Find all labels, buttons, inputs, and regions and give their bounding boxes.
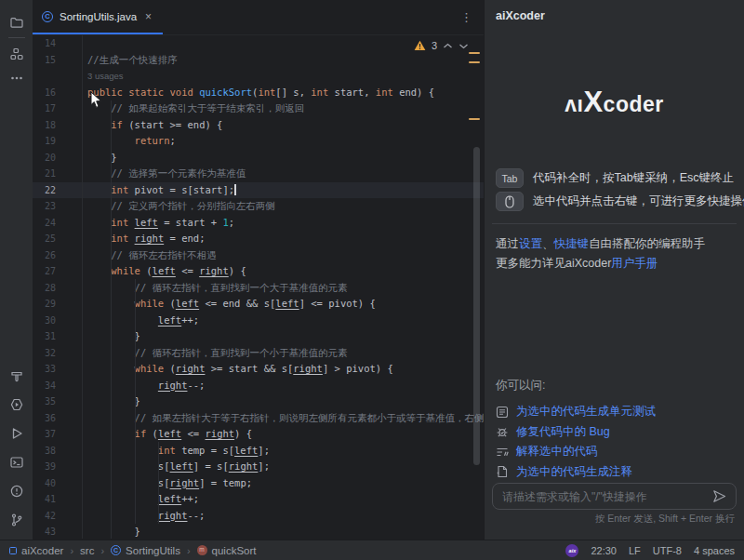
code-text[interactable]: //生成一个快速排序 <box>82 52 484 69</box>
line-number[interactable]: 33 <box>33 361 82 378</box>
code-row[interactable]: 16public static void quickSort(int[] s, … <box>33 85 484 101</box>
code-row[interactable]: 24 int left = start + 1; <box>33 215 484 232</box>
breadcrumb-project[interactable]: aiXcoder <box>9 545 63 556</box>
build-icon[interactable] <box>9 368 24 383</box>
code-text[interactable]: int pivot = s[start]; <box>82 182 484 199</box>
chat-input[interactable] <box>502 490 705 503</box>
problems-icon[interactable] <box>9 484 24 499</box>
code-text[interactable]: while (left <= end && s[left] <= pivot) … <box>82 296 484 313</box>
line-number[interactable]: 37 <box>33 426 82 443</box>
code-text[interactable]: // 循环左指针，直到找到一个大于基准值的元素 <box>82 280 484 297</box>
code-text[interactable]: int left = start + 1; <box>82 215 484 232</box>
code-text[interactable]: while (right >= start && s[right] > pivo… <box>82 361 484 378</box>
line-number[interactable]: 42 <box>33 508 82 525</box>
settings-link[interactable]: 设置 <box>519 237 542 250</box>
line-number[interactable]: 25 <box>33 231 82 247</box>
line-number[interactable]: 40 <box>33 475 82 492</box>
code-text[interactable]: int temp = s[left]; <box>82 443 484 460</box>
line-number[interactable]: 39 <box>33 459 82 475</box>
prev-warning-icon[interactable] <box>443 43 453 49</box>
line-number[interactable]: 32 <box>33 345 82 362</box>
code-row[interactable]: 28 // 循环左指针，直到找到一个大于基准值的元素 <box>33 280 484 297</box>
code-text[interactable]: right--; <box>82 508 484 525</box>
line-number[interactable]: 23 <box>33 198 82 215</box>
line-number[interactable]: 21 <box>33 166 82 182</box>
code-text[interactable]: // 定义两个指针，分别指向左右两侧 <box>82 198 484 215</box>
code-text[interactable]: // 如果起始索引大于等于结束索引，则返回 <box>82 100 484 117</box>
send-icon[interactable] <box>712 489 726 503</box>
line-number[interactable]: 43 <box>33 524 82 539</box>
code-row[interactable]: 25 int right = end; <box>33 231 484 247</box>
code-text[interactable]: } <box>82 150 484 167</box>
code-row[interactable]: 21 // 选择第一个元素作为基准值 <box>33 166 484 182</box>
structure-icon[interactable] <box>9 47 24 61</box>
breadcrumb-src[interactable]: src <box>80 545 94 556</box>
code-row[interactable]: 42 right--; <box>33 508 484 525</box>
code-text[interactable]: while (left <= right) { <box>82 263 484 280</box>
code-text[interactable]: } <box>82 524 484 539</box>
code-text[interactable]: int right = end; <box>82 231 484 247</box>
code-text[interactable]: // 循环左右指针不相遇 <box>82 247 484 264</box>
code-text[interactable]: s[right] = temp; <box>82 475 484 492</box>
project-folder-icon[interactable] <box>9 15 24 30</box>
code-text[interactable]: left++; <box>82 313 484 329</box>
user-manual-link[interactable]: 用户手册 <box>611 257 658 270</box>
code-text[interactable]: if (start >= end) { <box>82 117 484 134</box>
code-row[interactable]: 34 right--; <box>33 378 484 394</box>
line-number[interactable]: 15 <box>33 52 82 69</box>
code-row[interactable]: 26 // 循环左右指针不相遇 <box>33 247 484 264</box>
code-row[interactable]: 43 } <box>33 524 484 539</box>
code-row[interactable]: 22 int pivot = s[start]; <box>33 182 484 199</box>
line-number[interactable]: 31 <box>33 328 82 345</box>
line-ending-widget[interactable]: LF <box>629 545 641 556</box>
run-icon[interactable] <box>9 426 24 441</box>
code-row[interactable]: 32 // 循环右指针，直到找到一个小于基准值的元素 <box>33 345 484 362</box>
aixcoder-status-icon[interactable]: aix <box>565 544 578 557</box>
more-tool-windows-icon[interactable] <box>9 71 24 86</box>
code-text[interactable]: } <box>82 393 484 410</box>
warning-stripe-mark[interactable] <box>469 61 480 63</box>
warning-stripe-mark[interactable] <box>469 118 480 120</box>
code-row[interactable]: 17 // 如果起始索引大于等于结束索引，则返回 <box>33 100 484 117</box>
code-row[interactable]: 29 while (left <= end && s[left] <= pivo… <box>33 296 484 313</box>
code-row[interactable]: 23 // 定义两个指针，分别指向左右两侧 <box>33 198 484 215</box>
code-row[interactable]: 39 s[left] = s[right]; <box>33 459 484 475</box>
next-warning-icon[interactable] <box>458 43 469 49</box>
code-text[interactable]: // 选择第一个元素作为基准值 <box>82 166 484 182</box>
encoding-widget[interactable]: UTF-8 <box>653 545 682 556</box>
code-row[interactable]: 19 return; <box>33 133 484 150</box>
line-number[interactable]: 30 <box>33 313 82 329</box>
code-row[interactable]: 30 left++; <box>33 313 484 329</box>
code-row[interactable]: 20 } <box>33 150 484 167</box>
inlay-row[interactable]: 3 usages <box>33 68 484 85</box>
line-number[interactable]: 38 <box>33 443 82 460</box>
code-text[interactable]: // 如果左指针大于等于右指针，则说明左侧所有元素都小于或等于基准值，右侧 <box>82 410 484 427</box>
usages-inlay[interactable]: 3 usages <box>87 71 124 81</box>
line-number[interactable]: 27 <box>33 263 82 280</box>
tab-close-icon[interactable]: × <box>145 11 152 22</box>
tab-sortingutils-java[interactable]: C SortingUtils.java × <box>33 0 163 34</box>
warning-stripe-mark[interactable] <box>469 52 480 54</box>
line-number[interactable]: 28 <box>33 280 82 297</box>
code-row[interactable]: 35 } <box>33 393 484 410</box>
line-number[interactable]: 22 <box>33 182 82 199</box>
code-text[interactable]: return; <box>82 133 484 150</box>
terminal-icon[interactable] <box>9 455 24 470</box>
code-row[interactable]: 41 left++; <box>33 491 484 508</box>
breadcrumb-class[interactable]: C SortingUtils <box>111 545 180 556</box>
line-number[interactable]: 41 <box>33 491 82 508</box>
editor-scrollbar-thumb[interactable] <box>473 147 480 465</box>
code-row[interactable]: 33 while (right >= start && s[right] > p… <box>33 361 484 378</box>
line-number[interactable]: 20 <box>33 150 82 167</box>
suggestion-unit-test[interactable]: 为选中的代码生成单元测试 <box>496 402 735 422</box>
code-row[interactable]: 15//生成一个快速排序 <box>33 52 484 69</box>
code-editor[interactable]: 1415//生成一个快速排序3 usages16public static vo… <box>33 35 484 539</box>
line-number[interactable]: 14 <box>33 35 82 52</box>
code-row[interactable]: 18 if (start >= end) { <box>33 117 484 134</box>
code-row[interactable]: 31 } <box>33 328 484 345</box>
line-number[interactable]: 19 <box>33 133 82 150</box>
line-number[interactable]: 18 <box>33 117 82 134</box>
caret-position-widget[interactable]: 22:30 <box>591 545 617 556</box>
suggestion-fix-bug[interactable]: 修复代码中的 Bug <box>496 422 735 443</box>
code-row[interactable]: 27 while (left <= right) { <box>33 263 484 280</box>
